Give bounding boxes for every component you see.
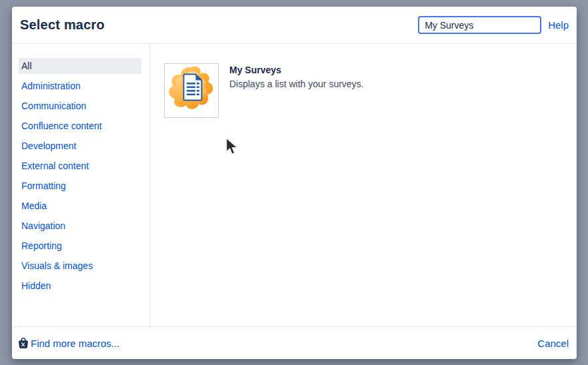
macro-description: Displays a list with your surveys. xyxy=(229,79,364,89)
sidebar-item-external-content[interactable]: External content xyxy=(19,158,141,174)
sidebar-item-all[interactable]: All xyxy=(19,58,141,74)
macro-name: My Surveys xyxy=(229,65,364,75)
help-link[interactable]: Help xyxy=(548,19,569,31)
dialog-body: All Administration Communication Conflue… xyxy=(12,44,577,326)
sidebar-item-communication[interactable]: Communication xyxy=(19,98,141,114)
sidebar-item-development[interactable]: Development xyxy=(19,138,141,154)
sidebar-item-formatting[interactable]: Formatting xyxy=(19,178,141,194)
cancel-button[interactable]: Cancel xyxy=(537,338,569,349)
marketplace-icon xyxy=(19,338,28,348)
sidebar-item-reporting[interactable]: Reporting xyxy=(19,238,141,254)
survey-macro-icon xyxy=(166,64,217,117)
macro-list-item-my-surveys[interactable]: My Surveys Displays a list with your sur… xyxy=(164,63,577,118)
find-more-macros-link[interactable]: Find more macros... xyxy=(19,338,119,349)
macro-search-input[interactable] xyxy=(418,16,541,34)
macro-results-panel: My Surveys Displays a list with your sur… xyxy=(150,44,577,326)
select-macro-dialog: Select macro Help All Administration Com… xyxy=(12,7,577,359)
dialog-footer: Find more macros... Cancel xyxy=(12,326,577,359)
category-sidebar: All Administration Communication Conflue… xyxy=(12,44,150,326)
sidebar-item-hidden[interactable]: Hidden xyxy=(19,278,141,294)
dialog-title: Select macro xyxy=(20,17,105,33)
dialog-header: Select macro Help xyxy=(12,7,577,44)
sidebar-item-visuals-images[interactable]: Visuals & images xyxy=(19,258,141,274)
macro-icon-frame xyxy=(164,63,219,118)
sidebar-item-confluence-content[interactable]: Confluence content xyxy=(19,118,141,134)
macro-text-block: My Surveys Displays a list with your sur… xyxy=(229,63,364,89)
find-more-macros-label: Find more macros... xyxy=(31,338,119,349)
sidebar-item-administration[interactable]: Administration xyxy=(19,78,141,94)
sidebar-item-media[interactable]: Media xyxy=(19,198,141,214)
sidebar-item-navigation[interactable]: Navigation xyxy=(19,218,141,234)
mouse-cursor-icon xyxy=(225,137,238,158)
